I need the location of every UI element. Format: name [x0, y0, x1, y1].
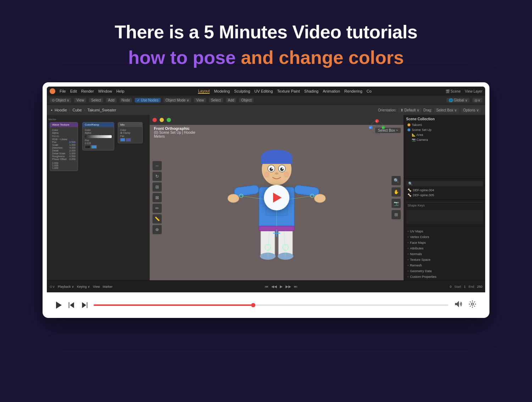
prop-face-maps[interactable]: › Face Maps	[406, 240, 483, 246]
tab-layout[interactable]: Layout	[198, 89, 210, 94]
tab-sculpting[interactable]: Sculpting	[234, 89, 250, 93]
btn-object2[interactable]: Object	[239, 98, 254, 103]
menu-window[interactable]: Window	[98, 89, 112, 93]
chevron-custom: ›	[408, 275, 409, 279]
btn-global[interactable]: 🌐 Global ∨	[447, 98, 470, 103]
tab-shading[interactable]: Shading	[304, 89, 318, 93]
node-wave-texture[interactable]: Wave Texture Color Alpha Bands RGB ~ Lin…	[50, 122, 78, 171]
btn-add2[interactable]: Add	[226, 98, 237, 103]
timeline-mode[interactable]: ⊙∨	[50, 285, 55, 288]
title-line1: There is a 5 Minutes Video tutorials	[7, 21, 525, 43]
node-colorramp[interactable]: ColorRamp Color Alpha Pos 0.122	[82, 122, 114, 150]
scene-item-area[interactable]: 📐 Area	[406, 132, 483, 137]
tab-animation[interactable]: Animation	[323, 89, 340, 93]
btn-select2[interactable]: Select	[209, 98, 223, 103]
tool-hand[interactable]: ✋	[392, 187, 401, 197]
progress-track[interactable]	[94, 304, 448, 306]
prop-uv-maps[interactable]: › UV Maps	[406, 228, 483, 234]
bone-spine-004[interactable]: 🦴 DEF-spine.004	[406, 188, 483, 193]
tool-move[interactable]: ↔	[153, 161, 162, 170]
prop-texture-space[interactable]: › Texture Space	[406, 257, 483, 263]
tool-camera[interactable]: 📷	[392, 199, 401, 208]
tool-add[interactable]: ⊕	[153, 225, 162, 234]
breadcrumb-hoodie[interactable]: Hoodie	[55, 108, 67, 112]
prop-remesh[interactable]: › Remesh	[406, 263, 483, 268]
title-line2: how to pose and change colors	[7, 47, 525, 68]
scene-item-setup[interactable]: Scene Set Up	[406, 127, 483, 132]
tab-co[interactable]: Co	[367, 89, 372, 93]
search-bar[interactable]: 🔍	[406, 181, 483, 186]
tool-measure[interactable]: 📏	[153, 214, 162, 224]
prop-label-texture: Texture Space	[410, 258, 431, 261]
menu-edit[interactable]: Edit	[70, 89, 77, 93]
timeline-btn-prev[interactable]: ◀◀	[271, 285, 277, 288]
timeline: ⊙∨ Playback ∨ Keying ∨ View Marker ⏮ ◀◀ …	[47, 280, 485, 292]
tool-rotate[interactable]: ↻	[153, 172, 162, 181]
viewport-info: Front Orthographic (0) Scene Set Up | Ho…	[154, 126, 195, 138]
prop-geometry-data[interactable]: › Geometry Data	[406, 268, 483, 274]
btn-default[interactable]: ⬆ Default ∨	[398, 108, 421, 112]
playback-label[interactable]: Playback ∨	[58, 285, 74, 288]
keying-label[interactable]: Keying ∨	[77, 285, 90, 288]
btn-view[interactable]: View	[74, 98, 86, 103]
btn-options[interactable]: ◎∨	[472, 98, 482, 103]
tool-annotate[interactable]: ✏	[153, 204, 162, 213]
tab-modeling[interactable]: Modeling	[214, 89, 230, 93]
btn-view2[interactable]: View	[194, 98, 206, 103]
timeline-btn-play[interactable]: ▶	[280, 285, 283, 288]
tab-uv-editing[interactable]: UV Editing	[254, 89, 273, 93]
btn-options-right[interactable]: Options ∨	[461, 108, 481, 112]
tool-search[interactable]: 🔍	[392, 176, 401, 185]
breadcrumb-sweater[interactable]: Takumi_Sweater	[87, 108, 116, 112]
svg-point-24	[228, 194, 239, 203]
prop-vertex-colors[interactable]: › Vertex Colors	[406, 234, 483, 240]
player-controls	[47, 292, 485, 318]
timeline-btn-next[interactable]: ▶▶	[286, 285, 291, 288]
search-icon: 🔍	[408, 182, 412, 186]
breadcrumb-cube[interactable]: Cube	[72, 108, 82, 112]
prop-custom-properties[interactable]: › Custom Properties	[406, 274, 483, 280]
node-mix-header: Mix	[118, 122, 142, 127]
timeline-btn-end[interactable]: ⏭	[294, 285, 298, 288]
dot-green	[167, 118, 171, 122]
frame-current: 0	[450, 285, 451, 288]
mix-swatches	[120, 138, 140, 142]
menu-help[interactable]: Help	[116, 89, 124, 93]
viewport-header	[150, 115, 404, 125]
marker-label[interactable]: Marker	[102, 285, 112, 288]
menu-render[interactable]: Render	[81, 89, 94, 93]
btn-use-nodes[interactable]: ✓ Use Nodes	[135, 98, 160, 103]
svg-point-21	[284, 172, 289, 177]
skip-back-btn[interactable]	[68, 301, 75, 309]
btn-object-mode[interactable]: Object Mode ∨	[164, 98, 191, 103]
timeline-btn-start[interactable]: ⏮	[265, 285, 268, 288]
node-row-color: Color	[52, 129, 76, 131]
prop-normals[interactable]: › Normals	[406, 251, 483, 257]
settings-btn[interactable]	[468, 300, 477, 310]
tool-scale[interactable]: ⊞	[153, 182, 162, 192]
btn-object[interactable]: ⊙ Object ∨	[50, 98, 71, 103]
scene-item-camera[interactable]: 📷 Camera	[406, 137, 483, 142]
scene-item-takumi[interactable]: Takumi	[406, 122, 483, 127]
tool-transform[interactable]: ⊠	[153, 193, 162, 202]
btn-select[interactable]: Select	[89, 98, 103, 103]
tab-rendering[interactable]: Rendering	[344, 89, 362, 93]
play-pause-btn[interactable]	[55, 301, 62, 309]
color-swatches	[85, 145, 112, 149]
btn-select-box[interactable]: Select Box ∨	[434, 108, 459, 112]
btn-add[interactable]: Add	[106, 98, 117, 103]
tool-grid[interactable]: ⊞	[392, 210, 401, 219]
bone-spine-005[interactable]: 🦴 DEF-spine.005	[406, 193, 483, 198]
node-mix[interactable]: Mix Color ⊠ Clamp Fac	[118, 122, 143, 143]
view-label[interactable]: View	[93, 285, 100, 288]
end-label: End	[469, 285, 474, 288]
volume-btn[interactable]	[454, 300, 462, 310]
view-layer-label: View Layer	[465, 89, 482, 93]
btn-node[interactable]: Node	[120, 98, 132, 103]
play-button[interactable]	[264, 185, 289, 210]
prop-attributes[interactable]: › Attributes	[406, 246, 483, 251]
bones-section: 🔍 🦴 DEF-spine.004 🦴 DEF-spine.005	[404, 179, 485, 200]
menu-file[interactable]: File	[60, 89, 66, 93]
tab-texture-paint[interactable]: Texture Paint	[277, 89, 300, 93]
skip-forward-btn[interactable]	[81, 301, 88, 309]
